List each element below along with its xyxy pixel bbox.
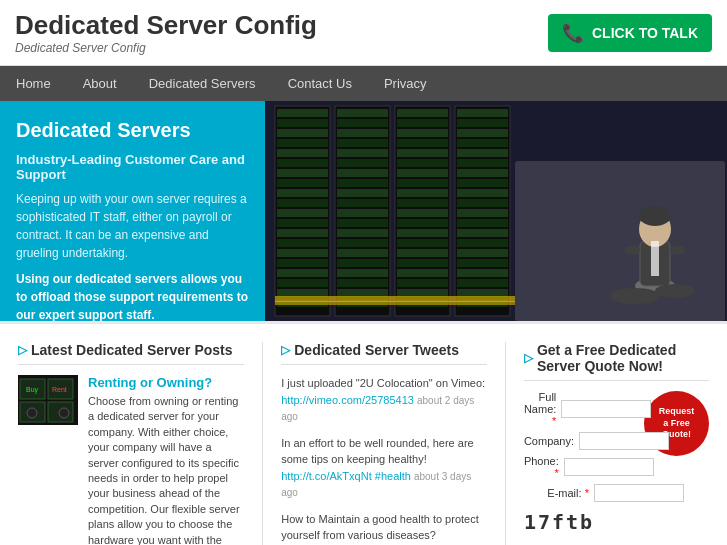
svg-rect-74 <box>457 199 508 207</box>
phone-label: Phone: * <box>524 455 559 479</box>
site-branding: Dedicated Server Config Dedicated Server… <box>15 10 317 55</box>
svg-rect-67 <box>457 129 508 137</box>
svg-rect-25 <box>337 109 388 117</box>
svg-rect-73 <box>457 189 508 197</box>
tweet-3-text: How to Maintain a good health to protect… <box>281 513 479 542</box>
svg-rect-43 <box>337 289 388 297</box>
svg-point-105 <box>59 408 69 418</box>
hero-body1: Keeping up with your own server requires… <box>16 190 249 262</box>
svg-point-104 <box>27 408 37 418</box>
svg-rect-11 <box>277 169 328 177</box>
email-input[interactable] <box>594 484 684 502</box>
tweet-1-link[interactable]: http://vimeo.com/25785413 <box>281 394 414 406</box>
svg-rect-68 <box>457 139 508 147</box>
svg-text:Rent: Rent <box>52 386 67 393</box>
svg-rect-40 <box>337 259 388 267</box>
svg-rect-8 <box>277 139 328 147</box>
svg-rect-27 <box>337 129 388 137</box>
divider-1 <box>262 342 263 545</box>
svg-rect-56 <box>397 219 448 227</box>
svg-rect-49 <box>397 149 448 157</box>
posts-section-label: Latest Dedicated Server Posts <box>31 342 233 358</box>
svg-rect-23 <box>277 289 328 297</box>
company-label: Company: <box>524 435 574 447</box>
form-row-fullname: Full Name: * <box>524 391 636 427</box>
svg-rect-33 <box>337 189 388 197</box>
main-nav: Home About Dedicated Servers Contact Us … <box>0 66 727 101</box>
fullname-label: Full Name: * <box>524 391 556 427</box>
site-header: Dedicated Server Config Dedicated Server… <box>0 0 727 66</box>
svg-rect-47 <box>397 129 448 137</box>
svg-rect-12 <box>277 179 328 187</box>
svg-rect-46 <box>397 119 448 127</box>
nav-item-about[interactable]: About <box>67 66 133 101</box>
hero-subtitle: Industry-Leading Customer Care and Suppo… <box>16 152 249 182</box>
quote-column: ▷ Get a Free Dedicated Server Quote Now!… <box>524 342 709 545</box>
posts-column: ▷ Latest Dedicated Server Posts Buy Rent <box>18 342 244 545</box>
quote-section-label: Get a Free Dedicated Server Quote Now! <box>537 342 709 374</box>
captcha-display: 17ftb <box>524 510 709 534</box>
post-body: Choose from owning or renting a dedicate… <box>88 394 244 545</box>
svg-rect-78 <box>457 239 508 247</box>
tweets-column: ▷ Dedicated Server Tweets I just uploade… <box>281 342 487 545</box>
svg-text:Buy: Buy <box>26 386 39 394</box>
svg-rect-20 <box>277 259 328 267</box>
svg-rect-31 <box>337 169 388 177</box>
tweet-2-link[interactable]: http://t.co/AkTxqNt <box>281 470 371 482</box>
post-text: Renting or Owning? Choose from owning or… <box>88 375 244 545</box>
form-row-email: E-mail: * <box>524 484 709 502</box>
company-input[interactable] <box>579 432 669 450</box>
svg-rect-54 <box>397 199 448 207</box>
svg-rect-37 <box>337 229 388 237</box>
nav-item-privacy[interactable]: Privacy <box>368 66 443 101</box>
svg-rect-80 <box>457 259 508 267</box>
posts-title: ▷ Latest Dedicated Server Posts <box>18 342 244 365</box>
click-to-talk-button[interactable]: 📞 CLICK TO TALK <box>548 14 712 52</box>
svg-rect-61 <box>397 269 448 277</box>
quote-arrow-icon: ▷ <box>524 351 533 365</box>
cta-label: CLICK TO TALK <box>592 25 698 41</box>
form-row-phone: Phone: * <box>524 455 636 479</box>
svg-rect-63 <box>397 289 448 297</box>
svg-rect-96 <box>515 161 725 321</box>
svg-rect-75 <box>457 209 508 217</box>
tweets-arrow-icon: ▷ <box>281 343 290 357</box>
svg-rect-6 <box>277 119 328 127</box>
svg-rect-50 <box>397 159 448 167</box>
tweet-2: In an effort to be well rounded, here ar… <box>281 435 487 501</box>
svg-rect-57 <box>397 229 448 237</box>
svg-rect-29 <box>337 149 388 157</box>
svg-rect-77 <box>457 229 508 237</box>
tweets-section-label: Dedicated Server Tweets <box>294 342 459 358</box>
tweet-1-text: I just uploaded "2U Colocation" on Vimeo… <box>281 377 485 389</box>
svg-rect-45 <box>397 109 448 117</box>
hero-section: Dedicated Servers Industry-Leading Custo… <box>0 101 727 321</box>
nav-item-home[interactable]: Home <box>0 66 67 101</box>
svg-rect-5 <box>277 109 328 117</box>
nav-list: Home About Dedicated Servers Contact Us … <box>0 66 727 101</box>
tweets-title: ▷ Dedicated Server Tweets <box>281 342 487 365</box>
fullname-input[interactable] <box>561 400 651 418</box>
nav-item-dedicated[interactable]: Dedicated Servers <box>133 66 272 101</box>
hero-heading: Dedicated Servers <box>16 119 249 142</box>
svg-rect-30 <box>337 159 388 167</box>
svg-rect-41 <box>337 269 388 277</box>
svg-rect-62 <box>397 279 448 287</box>
svg-rect-9 <box>277 149 328 157</box>
svg-rect-34 <box>337 199 388 207</box>
svg-rect-55 <box>397 209 448 217</box>
svg-rect-51 <box>397 169 448 177</box>
svg-rect-86 <box>275 301 515 305</box>
svg-rect-69 <box>457 149 508 157</box>
post-thumb-svg: Buy Rent <box>18 375 78 425</box>
main-content: ▷ Latest Dedicated Server Posts Buy Rent <box>0 321 727 545</box>
post-item: Buy Rent Renting or Owning? Choose from … <box>18 375 244 545</box>
svg-rect-19 <box>277 249 328 257</box>
nav-item-contact[interactable]: Contact Us <box>272 66 368 101</box>
phone-input[interactable] <box>564 458 654 476</box>
svg-rect-38 <box>337 239 388 247</box>
svg-rect-52 <box>397 179 448 187</box>
svg-rect-16 <box>277 219 328 227</box>
email-label: E-mail: * <box>524 487 589 499</box>
svg-rect-58 <box>397 239 448 247</box>
